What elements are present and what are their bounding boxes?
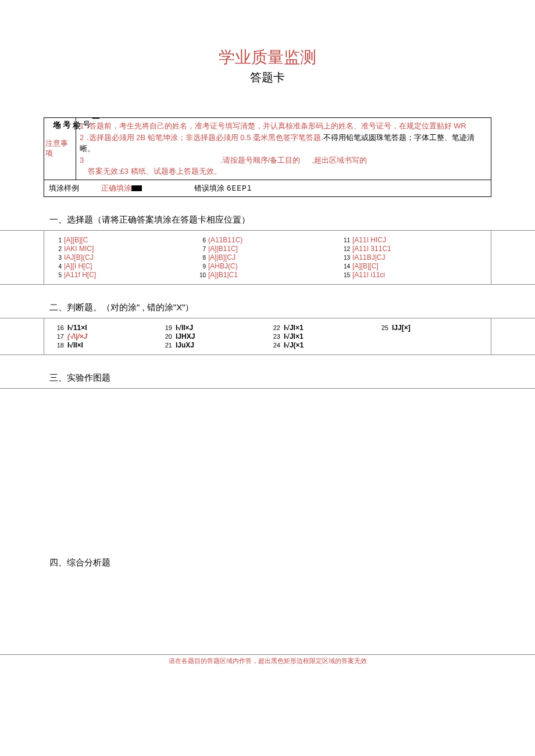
mc-item-15[interactable]: 15[A11I i11ci	[340, 271, 484, 279]
tf-num: 17	[51, 333, 64, 340]
mc-num: 10	[195, 272, 206, 278]
mc-item-12[interactable]: 12[A11I 311C1	[340, 245, 484, 253]
mc-opts: [A][B][C]	[352, 262, 379, 270]
notice-3a: .请按题号顺序/备工目的	[220, 156, 300, 164]
tf-num: 25	[376, 324, 388, 331]
tf-opts: I√II×J	[176, 324, 193, 332]
tf-num: 22	[268, 324, 280, 331]
notice-box: 注意事项 1.答题前，考生先将自己的姓名，准考证号填写清楚，并认真核准条形码上的…	[44, 117, 491, 197]
mc-opts: [A11I HICJ	[352, 236, 386, 244]
sample-row: 填涂样例 正确填涂 错误填涂 6EEPl	[44, 180, 491, 196]
sub-title: 答题卡	[0, 70, 535, 85]
tf-item-25[interactable]: 25IJJ[×]	[376, 324, 484, 332]
tf-opts: I√J(×1	[284, 341, 304, 349]
mc-num: 1	[51, 237, 62, 243]
tf-item-24[interactable]: 24I√J(×1	[268, 341, 376, 349]
section2-box: 16I√11×I17(√\|/×J18I√II×I19I√II×J20IJHXJ…	[44, 318, 491, 354]
mc-num: 2	[51, 246, 62, 252]
section1-box: 1[A][B][C2IAKI MIC]3IAJ[B](CJ4|A][I H[C]…	[44, 231, 491, 284]
notice-2a: .选择题必须用 2B 铅笔坤涂；非选择题必须用 0.5 毫米黑色签字笔答题.	[87, 133, 323, 142]
section3-title: 三、实验作图题	[49, 372, 535, 384]
tf-opts: (√\|/×J	[67, 332, 87, 341]
tf-num: 19	[159, 324, 172, 331]
mc-item-1[interactable]: 1[A][B][C	[51, 236, 195, 244]
mc-item-2[interactable]: 2IAKI MIC]	[51, 245, 195, 253]
mc-opts: |A][I H[C]	[64, 262, 92, 270]
mc-item-8[interactable]: 8 |A]|B][CJ	[195, 253, 340, 261]
mc-item-4[interactable]: 4|A][I H[C]	[51, 262, 195, 270]
mc-opts: IA11BJ|CJ	[352, 253, 385, 261]
main-title: 学业质量监测	[0, 46, 535, 69]
tf-item-18[interactable]: 18I√II×I	[51, 341, 159, 349]
notice-1-text: .答题前，考生先将自己的姓名，准考证号填写清楚，并认真核准条形码上的姓名、准号证…	[87, 121, 466, 130]
mc-num: 5	[51, 272, 62, 278]
mc-item-13[interactable]: 13IA11BJ|CJ	[340, 253, 484, 261]
mc-opts: |A11f H[C]	[64, 271, 96, 279]
tf-opts: IJHXJ	[176, 332, 195, 341]
tf-item-17[interactable]: 17(√\|/×J	[51, 332, 159, 341]
notice-1-num: 1	[80, 120, 87, 132]
mc-num: 4	[51, 263, 62, 270]
mc-item-11[interactable]: 11[A11I HICJ	[340, 236, 484, 244]
tf-opts: IJJ[×]	[392, 324, 411, 332]
tf-opts: I√JI×1	[284, 324, 304, 332]
mc-item-6[interactable]: 6(A11B11C)	[195, 236, 340, 244]
sample-correct: 正确填涂	[101, 183, 142, 194]
mc-num: 6	[195, 237, 206, 243]
notice-label: 注意事项	[44, 118, 76, 180]
tf-item-21[interactable]: 21IJuXJ	[159, 341, 268, 349]
tf-num: 23	[268, 333, 280, 340]
notice-3b: ,超出区域书写的	[312, 156, 367, 164]
tf-opts: IJuXJ	[176, 341, 194, 349]
tf-num: 21	[159, 342, 172, 349]
mc-num: 8	[195, 255, 206, 261]
section2-title: 二、判断题。（对的涂" , 错的涂"X"）	[49, 302, 535, 313]
mc-opts: [A][B][C	[64, 236, 88, 244]
sample-label: 填涂样例	[49, 183, 84, 194]
tf-item-20[interactable]: 20IJHXJ	[159, 332, 268, 341]
mc-opts: (A11B11C)	[208, 236, 242, 244]
notice-3c: 答案无效:£3 稿纸、试题卷上答题无效。	[88, 166, 487, 177]
footer-text: 谙在各题目的答题区域内作答，超出黑色矩形边框限定区域的答案无效	[0, 657, 535, 665]
tf-num: 24	[268, 342, 280, 349]
section4-title: 四、综合分析题	[49, 557, 535, 568]
mc-opts: IAJ[B](CJ	[64, 253, 94, 261]
tf-opts: I√II×I	[67, 341, 83, 349]
mc-item-5[interactable]: 5|A11f H[C]	[51, 271, 195, 279]
tf-opts: I√JI×1	[284, 332, 304, 341]
mc-opts: |A]|B11C]	[208, 245, 238, 253]
mc-opts: [A]|B1|C1	[208, 271, 238, 279]
notice-2-num: 2	[80, 132, 87, 144]
tf-opts: I√11×I	[67, 324, 87, 332]
tf-num: 18	[51, 342, 64, 349]
mc-opts: IAKI MIC]	[64, 245, 94, 253]
mc-item-3[interactable]: 3IAJ[B](CJ	[51, 253, 195, 261]
tf-num: 20	[159, 333, 172, 340]
tf-item-22[interactable]: 22I√JI×1	[268, 324, 376, 332]
mc-item-9[interactable]: 9[AHBJ(C)	[195, 262, 340, 270]
mc-item-7[interactable]: 7 |A]|B11C]	[195, 245, 340, 253]
tf-item-16[interactable]: 16I√11×I	[51, 324, 159, 332]
section1-title: 一、选择题（请将正确答案填涂在答题卡相应位置）	[49, 214, 535, 225]
mc-opts: [A11I i11ci	[352, 271, 385, 279]
mc-num: 9	[195, 263, 206, 270]
notice-3-num: 3	[80, 155, 87, 166]
black-box-icon	[131, 185, 142, 191]
mc-item-14[interactable]: 14[A][B][C]	[340, 262, 484, 270]
mc-opts: |A]|B][CJ	[208, 253, 236, 261]
mc-num: 12	[340, 246, 350, 252]
mc-num: 7	[195, 246, 206, 252]
tf-item-19[interactable]: 19I√II×J	[159, 324, 268, 332]
mc-item-10[interactable]: 10[A]|B1|C1	[195, 271, 340, 279]
tf-item-23[interactable]: 23I√JI×1	[268, 332, 376, 341]
mc-num: 3	[51, 255, 62, 261]
mc-num: 14	[340, 263, 350, 270]
mc-opts: [AHBJ(C)	[208, 262, 238, 270]
mc-num: 13	[340, 255, 350, 261]
mc-num: 11	[340, 237, 350, 243]
notice-body: 1.答题前，考生先将自己的姓名，准考证号填写清楚，并认真核准条形码上的姓名、准号…	[76, 118, 491, 180]
tf-num: 16	[51, 324, 64, 331]
mc-num: 15	[340, 272, 350, 278]
mc-opts: [A11I 311C1	[352, 245, 391, 253]
sample-wrong: 错误填涂 6EEPl	[194, 183, 252, 194]
